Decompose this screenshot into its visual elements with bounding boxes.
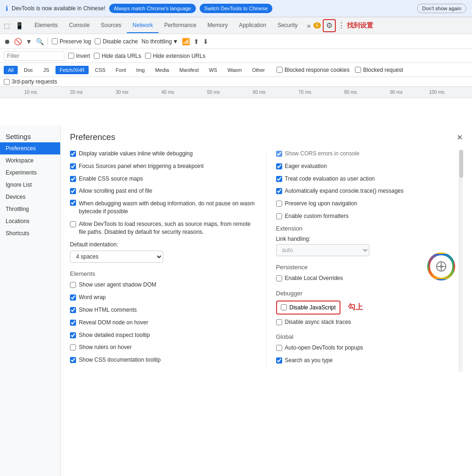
hide-data-urls-checkbox[interactable] bbox=[94, 53, 100, 59]
filter-doc[interactable]: Doc bbox=[20, 66, 37, 74]
filter-wasm[interactable]: Wasm bbox=[223, 66, 246, 74]
disable-cache-checkbox[interactable] bbox=[95, 38, 101, 44]
sidebar-item-devices[interactable]: Devices bbox=[0, 191, 60, 203]
pref-preserve-nav-cb[interactable] bbox=[276, 201, 282, 207]
pref-wasm-debug-cb[interactable] bbox=[70, 200, 76, 206]
blocked-cookies-checkbox[interactable] bbox=[277, 67, 283, 73]
pref-html-comments-cb[interactable] bbox=[70, 307, 76, 313]
upload-icon[interactable]: ⬆ bbox=[194, 38, 199, 45]
pref-code-eval-user-cb[interactable] bbox=[276, 176, 282, 182]
pref-expand-trace-cb[interactable] bbox=[276, 188, 282, 194]
filter-ws[interactable]: WS bbox=[205, 66, 222, 74]
sidebar-item-experiments[interactable]: Experiments bbox=[0, 167, 60, 179]
more-tabs-button[interactable]: » bbox=[305, 20, 312, 31]
close-button[interactable]: ✕ bbox=[457, 133, 463, 142]
preserve-log-label[interactable]: Preserve log bbox=[52, 38, 91, 45]
throttle-select[interactable]: No throttling ▼ bbox=[142, 38, 179, 45]
pref-reveal-dom-cb[interactable] bbox=[70, 320, 76, 326]
filter-font[interactable]: Font bbox=[111, 66, 130, 74]
link-handling-select[interactable]: auto bbox=[276, 244, 369, 256]
annotation-settings: 找到设置 bbox=[347, 21, 373, 30]
invert-label[interactable]: Invert bbox=[68, 53, 90, 59]
pref-auto-open-devtools-cb[interactable] bbox=[276, 345, 282, 351]
clear-icon[interactable]: 🚫 bbox=[14, 38, 22, 45]
tab-menu-button[interactable]: ⋮ bbox=[336, 19, 347, 32]
filter-icon[interactable]: ▼ bbox=[26, 38, 32, 45]
pref-shadow-dom-cb[interactable] bbox=[70, 282, 76, 288]
tab-elements[interactable]: Elements bbox=[29, 18, 63, 33]
info-icon: ℹ bbox=[6, 5, 8, 12]
tab-sources[interactable]: Sources bbox=[95, 18, 127, 33]
sidebar-item-ignore-list[interactable]: Ignore List bbox=[0, 179, 60, 191]
settings-gear-button[interactable]: ⚙ bbox=[323, 19, 336, 32]
device-icon[interactable]: 📱 bbox=[14, 21, 25, 30]
logo-svg bbox=[435, 260, 448, 273]
sidebar-item-throttling[interactable]: Throttling bbox=[0, 203, 60, 215]
wifi-icon[interactable]: 📶 bbox=[182, 38, 190, 45]
tab-application[interactable]: Application bbox=[233, 18, 272, 33]
filter-input[interactable] bbox=[4, 51, 64, 61]
sidebar-item-locations[interactable]: Locations bbox=[0, 215, 60, 227]
tab-network[interactable]: Network bbox=[127, 18, 159, 33]
filter-js[interactable]: JS bbox=[39, 66, 54, 74]
pref-css-doc-tooltip-cb[interactable] bbox=[70, 357, 76, 363]
blocked-req-checkbox[interactable] bbox=[355, 67, 361, 73]
indent-select[interactable]: 4 spaces bbox=[70, 251, 163, 263]
pref-word-wrap-cb[interactable] bbox=[70, 294, 76, 301]
sidebar-item-shortcuts[interactable]: Shortcuts bbox=[0, 227, 60, 239]
tab-memory[interactable]: Memory bbox=[202, 18, 233, 33]
pref-cors-errors-cb[interactable] bbox=[276, 151, 282, 157]
global-section: Global Auto-open DevTools for popups Sea… bbox=[276, 333, 463, 364]
pref-css-source-maps-cb[interactable] bbox=[70, 176, 76, 182]
settings-title-sidebar: Settings bbox=[0, 129, 60, 142]
sidebar-item-workspace[interactable]: Workspace bbox=[0, 154, 60, 167]
sidebar-item-preferences[interactable]: Preferences bbox=[0, 142, 60, 154]
invert-checkbox[interactable] bbox=[68, 53, 74, 59]
third-party-checkbox[interactable] bbox=[4, 79, 10, 85]
filter-media[interactable]: Media bbox=[151, 66, 173, 74]
blocked-cookies-label[interactable]: Blocked response cookies bbox=[277, 67, 349, 73]
inspect-icon[interactable]: ⬚ bbox=[2, 21, 12, 30]
tick-70ms: 70 ms bbox=[298, 90, 311, 95]
third-party-label[interactable]: 3rd-party requests bbox=[4, 78, 57, 85]
hide-ext-urls-label[interactable]: Hide extension URLs bbox=[145, 53, 206, 59]
preserve-log-checkbox[interactable] bbox=[52, 38, 58, 44]
hide-ext-urls-checkbox[interactable] bbox=[145, 53, 151, 59]
filter-manifest[interactable]: Manifest bbox=[175, 66, 203, 74]
logo-inner bbox=[430, 255, 452, 278]
search-icon[interactable]: 🔍 bbox=[36, 38, 44, 45]
pref-rulers-label: Show rulers on hover bbox=[79, 343, 132, 351]
pref-search-as-type-cb[interactable] bbox=[276, 357, 282, 364]
pref-local-overrides-cb[interactable] bbox=[276, 275, 282, 281]
pref-eager-eval-cb[interactable] bbox=[276, 163, 282, 169]
filter-all[interactable]: All bbox=[4, 66, 18, 74]
filter-img[interactable]: Img bbox=[132, 66, 149, 74]
download-icon[interactable]: ⬇ bbox=[203, 38, 208, 45]
tab-console[interactable]: Console bbox=[63, 18, 95, 33]
disable-cache-label[interactable]: Disable cache bbox=[95, 38, 138, 45]
record-stop-icon[interactable]: ⏺ bbox=[4, 38, 10, 45]
pref-display-variables-cb[interactable] bbox=[70, 151, 76, 157]
pref-detailed-tooltip-cb[interactable] bbox=[70, 332, 76, 338]
filter-css[interactable]: CSS bbox=[90, 66, 110, 74]
pref-scroll-past-end-cb[interactable] bbox=[70, 188, 76, 194]
pref-custom-formatters-cb[interactable] bbox=[276, 213, 282, 219]
switch-chinese-button[interactable]: Switch DevTools to Chinese bbox=[200, 4, 272, 13]
pref-disable-async-cb[interactable] bbox=[276, 319, 282, 325]
filter-other[interactable]: Other bbox=[248, 66, 269, 74]
pref-scroll-past-end: Allow scrolling past end of file bbox=[70, 187, 257, 195]
blocked-req-label[interactable]: Blocked request bbox=[355, 67, 403, 73]
filter-fetch-xhr[interactable]: Fetch/XHR bbox=[56, 66, 89, 74]
pref-rulers-cb[interactable] bbox=[70, 344, 76, 350]
hide-data-urls-label[interactable]: Hide data URLs bbox=[94, 53, 141, 59]
pref-focus-sources-cb[interactable] bbox=[70, 163, 76, 169]
match-language-button[interactable]: Always match Chrome's language bbox=[109, 4, 196, 13]
pref-allow-devtools-load-cb[interactable] bbox=[70, 221, 76, 227]
pref-disable-async: Disable async stack traces bbox=[276, 318, 463, 326]
tab-performance[interactable]: Performance bbox=[159, 18, 202, 33]
pref-css-source-maps-label: Enable CSS source maps bbox=[79, 175, 143, 183]
dont-show-button[interactable]: Don't show again bbox=[417, 4, 466, 13]
pref-preserve-nav-label: Preserve log upon navigation bbox=[285, 200, 357, 208]
tab-security[interactable]: Security bbox=[272, 18, 303, 33]
disable-js-cb[interactable] bbox=[281, 304, 287, 310]
